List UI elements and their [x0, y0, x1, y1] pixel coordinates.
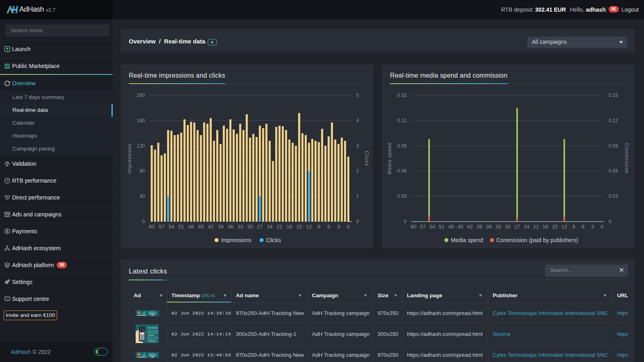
svg-text:Impressions: Impressions [221, 237, 251, 243]
svg-text:39: 39 [477, 224, 482, 230]
svg-text:12: 12 [561, 224, 567, 230]
svg-text:45: 45 [458, 224, 463, 230]
svg-text:9: 9 [572, 224, 575, 230]
svg-text:3: 3 [337, 224, 340, 230]
svg-text:0: 0 [356, 219, 359, 224]
svg-text:51: 51 [178, 224, 184, 230]
svg-text:15: 15 [552, 224, 557, 230]
svg-text:0.03: 0.03 [609, 193, 618, 199]
svg-text:0.12: 0.12 [609, 118, 618, 123]
svg-text:54: 54 [169, 224, 174, 230]
svg-text:0: 0 [142, 219, 145, 224]
svg-text:42: 42 [467, 224, 473, 230]
svg-text:40: 40 [140, 193, 145, 199]
svg-text:4: 4 [356, 118, 359, 123]
svg-text:36: 36 [227, 224, 233, 230]
svg-text:24: 24 [524, 224, 529, 230]
svg-text:3: 3 [356, 143, 359, 149]
svg-text:Commission: Commission [624, 143, 630, 174]
svg-text:Clicks: Clicks [364, 151, 369, 166]
svg-text:160: 160 [137, 118, 145, 123]
svg-text:6: 6 [327, 224, 330, 230]
svg-text:2: 2 [356, 168, 359, 174]
svg-text:Impressions: Impressions [127, 143, 132, 174]
svg-text:0.15: 0.15 [609, 93, 618, 98]
svg-text:0.15: 0.15 [397, 93, 407, 98]
svg-text:57: 57 [159, 224, 164, 230]
svg-text:0: 0 [404, 219, 407, 224]
svg-text:0: 0 [347, 224, 350, 230]
svg-text:0.06: 0.06 [397, 168, 407, 174]
svg-text:1: 1 [356, 193, 359, 199]
svg-text:0.12: 0.12 [397, 118, 407, 123]
svg-text:33: 33 [237, 224, 243, 230]
svg-text:48: 48 [448, 224, 454, 230]
svg-text:54: 54 [429, 224, 435, 230]
svg-text:57: 57 [420, 224, 425, 230]
svg-text:51: 51 [439, 224, 444, 230]
svg-text:0.09: 0.09 [397, 143, 407, 149]
svg-text:39: 39 [218, 224, 223, 230]
svg-text:200: 200 [137, 93, 145, 98]
svg-text:12: 12 [306, 224, 312, 230]
svg-text:3: 3 [591, 224, 594, 230]
svg-text:21: 21 [533, 224, 539, 230]
svg-text:30: 30 [505, 224, 510, 230]
svg-text:Clicks: Clicks [266, 237, 281, 243]
svg-text:48: 48 [188, 224, 194, 230]
svg-text:Media spend: Media spend [387, 142, 392, 175]
svg-text:/H AdHash: /H AdHash [148, 327, 157, 329]
svg-text:0.03: 0.03 [397, 193, 407, 199]
svg-text:/H AdHash: /H AdHash [149, 311, 155, 313]
svg-text:products.: products. [148, 340, 157, 342]
svg-text:27: 27 [514, 224, 520, 230]
svg-text:30: 30 [247, 224, 253, 230]
svg-text:36: 36 [486, 224, 491, 230]
svg-text:60: 60 [149, 224, 155, 230]
svg-text:18: 18 [287, 224, 292, 230]
svg-text:45: 45 [198, 224, 204, 230]
svg-text:0.06: 0.06 [609, 168, 618, 174]
svg-text:/H AdHash: /H AdHash [149, 353, 155, 354]
svg-text:6: 6 [582, 224, 584, 230]
svg-text:42: 42 [208, 224, 213, 230]
svg-text:9: 9 [317, 224, 320, 230]
svg-text:80: 80 [140, 168, 145, 174]
svg-text:33: 33 [495, 224, 501, 230]
svg-text:Commission (paid by publishers: Commission (paid by publishers) [496, 237, 578, 243]
svg-text:21: 21 [277, 224, 282, 230]
svg-text:0: 0 [609, 219, 611, 224]
svg-text:Media spend: Media spend [451, 237, 483, 243]
svg-text:0: 0 [601, 224, 603, 230]
svg-text:15: 15 [296, 224, 302, 230]
svg-text:5: 5 [356, 93, 359, 98]
svg-text:120: 120 [137, 143, 145, 149]
svg-text:24: 24 [267, 224, 272, 230]
svg-text:27: 27 [257, 224, 262, 230]
svg-text:60: 60 [411, 224, 416, 230]
svg-text:18: 18 [543, 224, 548, 230]
svg-text:0.09: 0.09 [609, 143, 618, 149]
